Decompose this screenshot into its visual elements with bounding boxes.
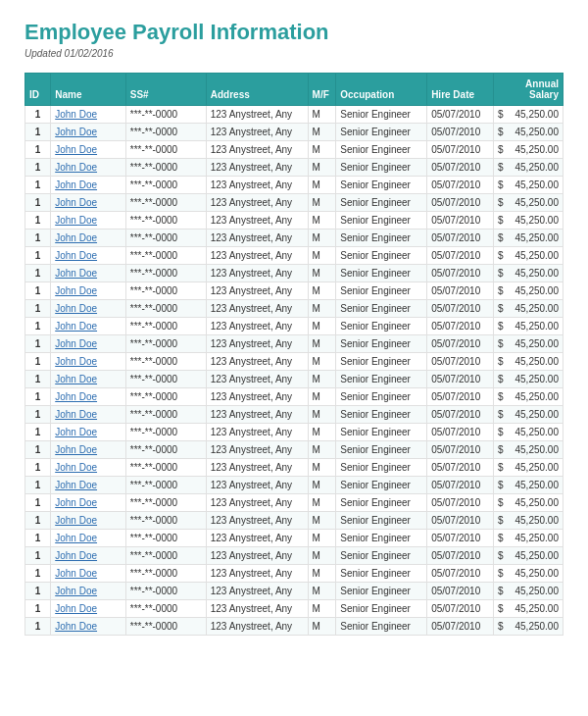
cell-name[interactable]: John Doe xyxy=(51,141,126,159)
cell-address: 123 Anystreet, Any xyxy=(206,300,308,318)
cell-ss: ***-**-0000 xyxy=(125,371,206,388)
cell-name[interactable]: John Doe xyxy=(51,282,126,300)
cell-name[interactable]: John Doe xyxy=(51,424,126,441)
cell-name[interactable]: John Doe xyxy=(51,618,126,636)
cell-name[interactable]: John Doe xyxy=(51,318,126,335)
table-row: 1John Doe***-**-0000123 Anystreet, AnyMS… xyxy=(25,141,564,159)
table-row: 1John Doe***-**-0000123 Anystreet, AnyMS… xyxy=(25,565,564,583)
cell-hiredate: 05/07/2010 xyxy=(427,424,494,441)
cell-mf: M xyxy=(308,565,336,583)
table-row: 1John Doe***-**-0000123 Anystreet, AnyMS… xyxy=(25,247,564,265)
cell-address: 123 Anystreet, Any xyxy=(206,477,308,494)
cell-name[interactable]: John Doe xyxy=(51,530,126,547)
cell-name[interactable]: John Doe xyxy=(51,106,126,124)
cell-id: 1 xyxy=(25,141,51,159)
cell-hiredate: 05/07/2010 xyxy=(427,406,494,424)
cell-mf: M xyxy=(308,530,336,547)
cell-name[interactable]: John Doe xyxy=(51,247,126,265)
table-row: 1John Doe***-**-0000123 Anystreet, AnyMS… xyxy=(25,406,564,424)
cell-name[interactable]: John Doe xyxy=(51,124,126,141)
cell-occupation: Senior Engineer xyxy=(336,583,427,600)
cell-id: 1 xyxy=(25,300,51,318)
cell-ss: ***-**-0000 xyxy=(125,600,206,618)
col-ss: SS# xyxy=(125,74,206,106)
table-row: 1John Doe***-**-0000123 Anystreet, AnyMS… xyxy=(25,388,564,406)
cell-name[interactable]: John Doe xyxy=(51,583,126,600)
cell-name[interactable]: John Doe xyxy=(51,230,126,247)
cell-mf: M xyxy=(308,424,336,441)
cell-salary: $45,250.00 xyxy=(493,141,563,159)
cell-name[interactable]: John Doe xyxy=(51,441,126,459)
cell-name[interactable]: John Doe xyxy=(51,353,126,371)
cell-occupation: Senior Engineer xyxy=(336,265,427,282)
cell-id: 1 xyxy=(25,247,51,265)
cell-occupation: Senior Engineer xyxy=(336,318,427,335)
cell-name[interactable]: John Doe xyxy=(51,300,126,318)
col-occupation: Occupation xyxy=(336,74,427,106)
cell-name[interactable]: John Doe xyxy=(51,600,126,618)
cell-name[interactable]: John Doe xyxy=(51,459,126,477)
cell-name[interactable]: John Doe xyxy=(51,177,126,194)
cell-name[interactable]: John Doe xyxy=(51,547,126,565)
cell-ss: ***-**-0000 xyxy=(125,159,206,177)
cell-name[interactable]: John Doe xyxy=(51,159,126,177)
cell-address: 123 Anystreet, Any xyxy=(206,371,308,388)
cell-occupation: Senior Engineer xyxy=(336,406,427,424)
table-row: 1John Doe***-**-0000123 Anystreet, AnyMS… xyxy=(25,177,564,194)
cell-mf: M xyxy=(308,230,336,247)
cell-hiredate: 05/07/2010 xyxy=(427,177,494,194)
cell-name[interactable]: John Doe xyxy=(51,388,126,406)
cell-mf: M xyxy=(308,353,336,371)
table-row: 1John Doe***-**-0000123 Anystreet, AnyMS… xyxy=(25,265,564,282)
cell-occupation: Senior Engineer xyxy=(336,230,427,247)
cell-name[interactable]: John Doe xyxy=(51,265,126,282)
cell-name[interactable]: John Doe xyxy=(51,477,126,494)
cell-name[interactable]: John Doe xyxy=(51,335,126,353)
cell-ss: ***-**-0000 xyxy=(125,583,206,600)
cell-occupation: Senior Engineer xyxy=(336,618,427,636)
cell-salary: $45,250.00 xyxy=(493,371,563,388)
cell-address: 123 Anystreet, Any xyxy=(206,247,308,265)
cell-mf: M xyxy=(308,318,336,335)
cell-address: 123 Anystreet, Any xyxy=(206,406,308,424)
table-header-row: ID Name SS# Address M/F Occupation Hire … xyxy=(25,74,564,106)
cell-name[interactable]: John Doe xyxy=(51,212,126,230)
table-row: 1John Doe***-**-0000123 Anystreet, AnyMS… xyxy=(25,494,564,512)
cell-name[interactable]: John Doe xyxy=(51,512,126,530)
cell-address: 123 Anystreet, Any xyxy=(206,124,308,141)
cell-hiredate: 05/07/2010 xyxy=(427,441,494,459)
cell-hiredate: 05/07/2010 xyxy=(427,106,494,124)
page-title: Employee Payroll Information xyxy=(24,20,564,45)
cell-ss: ***-**-0000 xyxy=(125,530,206,547)
cell-address: 123 Anystreet, Any xyxy=(206,106,308,124)
cell-address: 123 Anystreet, Any xyxy=(206,212,308,230)
cell-name[interactable]: John Doe xyxy=(51,406,126,424)
cell-salary: $45,250.00 xyxy=(493,194,563,212)
cell-name[interactable]: John Doe xyxy=(51,494,126,512)
cell-id: 1 xyxy=(25,530,51,547)
cell-hiredate: 05/07/2010 xyxy=(427,353,494,371)
table-row: 1John Doe***-**-0000123 Anystreet, AnyMS… xyxy=(25,441,564,459)
cell-ss: ***-**-0000 xyxy=(125,406,206,424)
cell-address: 123 Anystreet, Any xyxy=(206,159,308,177)
cell-id: 1 xyxy=(25,194,51,212)
cell-hiredate: 05/07/2010 xyxy=(427,547,494,565)
cell-salary: $45,250.00 xyxy=(493,424,563,441)
table-row: 1John Doe***-**-0000123 Anystreet, AnyMS… xyxy=(25,547,564,565)
cell-id: 1 xyxy=(25,600,51,618)
cell-name[interactable]: John Doe xyxy=(51,194,126,212)
cell-mf: M xyxy=(308,265,336,282)
cell-id: 1 xyxy=(25,124,51,141)
cell-name[interactable]: John Doe xyxy=(51,371,126,388)
table-row: 1John Doe***-**-0000123 Anystreet, AnyMS… xyxy=(25,159,564,177)
cell-ss: ***-**-0000 xyxy=(125,282,206,300)
cell-ss: ***-**-0000 xyxy=(125,353,206,371)
cell-name[interactable]: John Doe xyxy=(51,565,126,583)
cell-mf: M xyxy=(308,300,336,318)
col-hiredate: Hire Date xyxy=(427,74,494,106)
cell-salary: $45,250.00 xyxy=(493,406,563,424)
cell-mf: M xyxy=(308,247,336,265)
cell-address: 123 Anystreet, Any xyxy=(206,441,308,459)
cell-ss: ***-**-0000 xyxy=(125,477,206,494)
cell-address: 123 Anystreet, Any xyxy=(206,600,308,618)
